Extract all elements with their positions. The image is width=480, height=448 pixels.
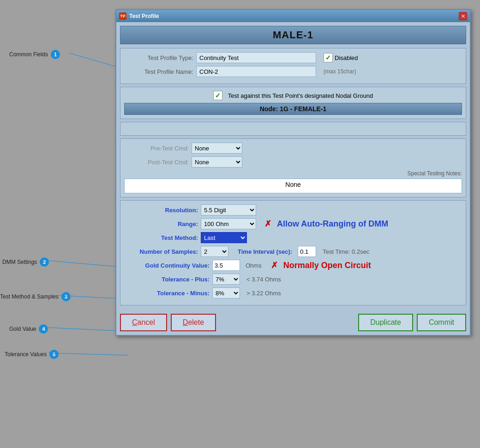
disabled-checkbox[interactable]: ✓ [324,53,333,62]
nodal-ground-row: ✓ Test against this Test Point's designa… [124,91,462,100]
tolerance-minus-row: Tolerance - Minus: 1%2%3%4% 5%6%7%8% 9%1… [124,287,462,299]
duplicate-button[interactable]: Duplicate [358,314,413,331]
dmm-settings-section: Resolution: 4.5 Digit 5.5 Digit 6.5 Digi… [120,200,466,305]
annotation-bubble-5: 5 [49,350,59,359]
tolerance-plus-select[interactable]: 1%2%3%4% 5%6%7%8% 9%10% [212,274,240,285]
title-bar: TP Test Profile ✕ [116,10,470,22]
tolerance-plus-label: Tolerance - Plus: [124,276,210,283]
profile-title: MALE-1 [120,26,466,44]
footer-left-buttons: Cancel Delete [120,314,216,331]
cmd-section: Pre-Test Cmd: None Reset Init Post-Test … [120,138,466,197]
gold-value-input[interactable] [212,260,240,271]
tolerance-plus-calc: < 3.74 Ohms [246,276,281,283]
spacer-area [120,122,466,136]
test-method-select[interactable]: Average First Last Min Max [201,232,247,243]
gold-value-label: Gold Continuity Value: [124,262,210,269]
normally-open-x-icon[interactable]: ✗ [271,260,278,270]
nodal-ground-label: Test against this Test Point's designate… [228,92,373,99]
footer-right-buttons: Duplicate Commit [358,314,466,331]
pre-test-cmd-row: Pre-Test Cmd: None Reset Init [124,143,462,154]
node-label: Node: 1G - FEMALE-1 [124,103,462,115]
annotation-2: DMM Settings 2 [2,257,49,267]
annotation-1: Common Fields 1 [9,50,60,59]
range-select[interactable]: 10 Ohm 100 Ohm 1K Ohm [201,218,256,229]
window-title: Test Profile [129,13,456,19]
resolution-label: Resolution: [124,207,198,214]
svg-line-4 [48,353,128,355]
annotation-label-4: Gold Value [9,326,36,332]
nodal-ground-checkbox[interactable]: ✓ [213,91,222,100]
footer: Cancel Delete Duplicate Commit [116,309,470,335]
tolerance-minus-select[interactable]: 1%2%3%4% 5%6%7%8% 9%10% [212,287,240,299]
gold-value-row: Gold Continuity Value: Ohms ✗ Normally O… [124,260,462,271]
resolution-select[interactable]: 4.5 Digit 5.5 Digit 6.5 Digit [201,204,256,215]
range-label: Range: [124,221,198,227]
annotation-label-3: Test Method & Samples [0,293,59,300]
gold-units: Ohms [246,262,262,269]
common-fields-panel: Test Profile Type: ✓ Disabled Test Profi… [120,48,466,84]
normally-open-label: Normally Open Circuit [283,261,371,270]
special-notes-box: None [124,179,462,193]
auto-range-x-icon[interactable]: ✗ [264,219,271,229]
special-notes-value: None [285,181,300,188]
pre-test-cmd-label: Pre-Test Cmd: [124,145,189,152]
dialog-window: TP Test Profile ✕ MALE-1 Test Profile Ty… [115,9,471,336]
time-interval-input[interactable] [298,246,316,257]
close-button[interactable]: ✕ [459,12,467,20]
post-test-cmd-row: Post-Test Cmd: None Reset Init [124,156,462,167]
annotation-bubble-2: 2 [40,257,49,267]
test-profile-name-row: Test Profile Name: (max 15char) [124,66,462,77]
special-notes-label: Special Testing Notes: [124,170,462,177]
disabled-label: Disabled [335,54,358,61]
cancel-button[interactable]: Cancel [120,314,167,331]
app-icon: TP [119,12,126,20]
test-profile-type-label: Test Profile Type: [124,54,193,61]
allow-ranging-label: Allow Auto-Ranging of DMM [277,219,388,229]
annotation-label-1: Common Fields [9,51,48,58]
pre-test-cmd-select[interactable]: None Reset Init [192,143,242,154]
test-method-row: Test Method: Average First Last Min Max [124,232,462,243]
test-profile-type-input[interactable] [196,52,316,63]
max-chars-label: (max 15char) [324,68,356,75]
annotation-label-5: Tolerance Values [5,351,47,358]
dialog-content: MALE-1 Test Profile Type: ✓ Disabled Tes… [116,22,470,309]
annotation-3: Test Method & Samples 3 [0,292,71,301]
resolution-row: Resolution: 4.5 Digit 5.5 Digit 6.5 Digi… [124,204,462,215]
post-test-cmd-select[interactable]: None Reset Init [192,156,242,167]
num-samples-label: Number of Samples: [124,248,198,255]
range-row: Range: 10 Ohm 100 Ohm 1K Ohm ✗ Allow Aut… [124,218,462,229]
num-samples-row: Number of Samples: 1 2 3 4 5 Time Interv… [124,246,462,257]
tolerance-minus-calc: > 3.22 Ohms [246,290,281,297]
tolerance-minus-label: Tolerance - Minus: [124,290,210,297]
annotation-bubble-4: 4 [39,324,48,334]
annotation-label-2: DMM Settings [2,259,37,265]
disabled-checkbox-container: ✓ Disabled [324,53,358,62]
test-profile-name-label: Test Profile Name: [124,68,193,75]
annotation-5: Tolerance Values 5 [5,350,59,359]
test-time-label: Test Time: 0.2sec [323,248,369,255]
post-test-cmd-label: Post-Test Cmd: [124,159,189,166]
time-interval-label: Time Interval (sec): [238,248,292,255]
test-method-label: Test Method: [124,234,198,241]
commit-button[interactable]: Commit [417,314,466,331]
annotation-bubble-3: 3 [61,292,71,301]
nodal-ground-section: ✓ Test against this Test Point's designa… [120,87,466,119]
tolerance-plus-row: Tolerance - Plus: 1%2%3%4% 5%6%7%8% 9%10… [124,274,462,285]
annotation-4: Gold Value 4 [9,324,48,334]
delete-button[interactable]: Delete [171,314,216,331]
annotation-bubble-1: 1 [51,50,60,59]
test-profile-name-input[interactable] [196,66,316,77]
num-samples-select[interactable]: 1 2 3 4 5 [201,246,228,257]
test-profile-type-row: Test Profile Type: ✓ Disabled [124,52,462,63]
